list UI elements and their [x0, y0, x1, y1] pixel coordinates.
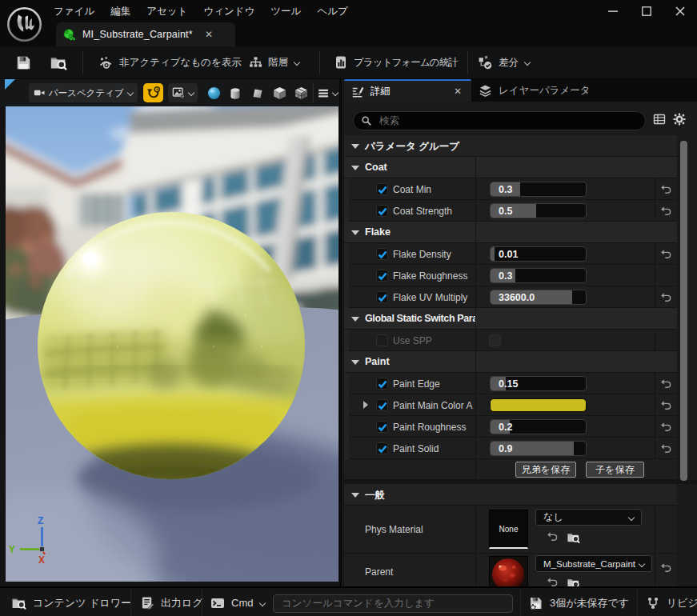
menu-file[interactable]: ファイル: [46, 0, 102, 22]
category-general[interactable]: 一般: [344, 484, 677, 506]
reset-to-default-button[interactable]: [659, 562, 672, 574]
console-placeholder: コンソールコマンドを入力します: [282, 597, 435, 610]
panel-splitter[interactable]: [339, 79, 343, 586]
group-global-static-switch[interactable]: Global Static Switch Para: [344, 308, 677, 330]
realtime-toggle-button[interactable]: [143, 83, 163, 102]
viewport-options-menu[interactable]: [318, 83, 338, 102]
param-checkbox[interactable]: [376, 442, 388, 454]
phys-material-dropdown[interactable]: なし: [535, 509, 642, 526]
maximize-button[interactable]: [630, 0, 663, 22]
reset-to-default-button[interactable]: [659, 183, 672, 196]
platform-stats-button[interactable]: プラットフォームの統計: [334, 46, 458, 78]
param-checkbox[interactable]: [376, 270, 388, 282]
reset-to-default-button[interactable]: [659, 378, 672, 390]
preview-shape-cube-button[interactable]: [271, 85, 288, 102]
preview-shape-plane-button[interactable]: [249, 85, 266, 102]
group-flake[interactable]: Flake: [344, 222, 677, 243]
output-log-button[interactable]: 出力ログ: [141, 590, 203, 616]
row-gutter: [344, 200, 349, 222]
menu-help[interactable]: ヘルプ: [309, 0, 355, 22]
reset-to-default-button[interactable]: [659, 399, 672, 412]
unreal-logo[interactable]: [6, 6, 43, 43]
reset-to-default-button[interactable]: [659, 442, 672, 455]
param-slider-coat-strength[interactable]: 0.5: [490, 203, 587, 218]
gear-icon[interactable]: [673, 113, 686, 126]
param-checkbox[interactable]: [376, 421, 388, 433]
param-checkbox[interactable]: [376, 399, 388, 411]
asset-tab[interactable]: MI_Substrate_Carpaint* ✕: [56, 22, 235, 46]
check-icon: [377, 271, 388, 282]
revision-control-button[interactable]: リビジョン制御: [646, 590, 697, 616]
menu-tools[interactable]: ツール: [262, 0, 309, 22]
param-slider-paint-solid[interactable]: 0.9: [490, 441, 587, 456]
tab-details[interactable]: 詳細 ✕: [344, 79, 471, 102]
reset-to-default-button[interactable]: [659, 205, 672, 218]
param-slider-flake-roughness[interactable]: 0.3: [490, 268, 587, 283]
display-options-icon[interactable]: [653, 113, 666, 126]
camera-icon: [34, 86, 46, 99]
value-checkbox[interactable]: [489, 334, 501, 346]
param-slider-paint-edge[interactable]: 0.15: [490, 376, 587, 391]
column-divider: [475, 459, 476, 480]
parent-dropdown[interactable]: M_Substrate_Carpaint: [535, 555, 652, 572]
browse-icon[interactable]: [567, 530, 580, 544]
hierarchy-button[interactable]: 階層: [249, 46, 300, 78]
group-coat[interactable]: Coat: [344, 157, 677, 178]
statusbar-separator: [520, 590, 521, 616]
param-checkbox[interactable]: [376, 378, 388, 390]
search-input[interactable]: 検索: [353, 111, 646, 130]
tab-close-icon[interactable]: ✕: [454, 86, 462, 97]
param-checkbox[interactable]: [376, 291, 388, 303]
details-scrollbar[interactable]: [680, 141, 687, 481]
parent-row: Parent: [344, 554, 677, 586]
param-slider-flake-uv-multiply[interactable]: 33600.0: [490, 290, 587, 305]
param-checkbox[interactable]: [376, 183, 388, 195]
parent-thumbnail[interactable]: [489, 556, 528, 586]
reset-to-default-button[interactable]: [659, 421, 672, 434]
content-drawer-button[interactable]: コンテンツ ドロワー: [11, 590, 131, 616]
param-checkbox[interactable]: [376, 248, 388, 260]
category-parameter-groups[interactable]: パラメータ グループ: [344, 135, 677, 157]
expand-arrow-icon[interactable]: [363, 401, 368, 409]
param-checkbox[interactable]: [376, 334, 388, 346]
perspective-dropdown[interactable]: パースペクティブ: [29, 83, 138, 102]
param-slider-paint-roughness[interactable]: 0.2: [490, 419, 587, 434]
cmd-dropdown[interactable]: Cmd: [210, 590, 266, 616]
group-paint[interactable]: Paint: [344, 351, 677, 373]
material-preview-3d-scene[interactable]: Z Y X: [6, 106, 338, 582]
thumbnail-label: None: [490, 525, 527, 534]
reset-to-default-button[interactable]: [659, 248, 672, 261]
tab-layer-parameters[interactable]: レイヤーパラメータ: [471, 79, 627, 102]
preview-shape-cylinder-button[interactable]: [226, 85, 243, 102]
unsaved-button[interactable]: 3個が未保存です: [529, 590, 629, 616]
use-selected-icon[interactable]: [546, 530, 559, 543]
browse-button[interactable]: [50, 46, 67, 78]
param-slider-flake-density[interactable]: 0.01: [490, 246, 587, 262]
console-command-input[interactable]: コンソールコマンドを入力します: [273, 594, 513, 613]
preview-shape-sphere-button[interactable]: [206, 85, 222, 102]
menu-asset[interactable]: アセット: [138, 0, 195, 22]
use-selected-icon[interactable]: [546, 576, 559, 586]
viewmode-dropdown[interactable]: [168, 83, 198, 102]
column-divider: [655, 243, 655, 265]
close-button[interactable]: [663, 0, 697, 22]
param-label: Flake Density: [393, 249, 451, 260]
param-checkbox[interactable]: [376, 205, 388, 217]
browse-icon[interactable]: [567, 576, 580, 586]
save-sibling-button[interactable]: 兄弟を保存: [515, 462, 576, 478]
save-child-button[interactable]: 子を保存: [586, 462, 644, 478]
save-button[interactable]: [16, 46, 31, 78]
minimize-button[interactable]: [596, 0, 630, 22]
show-inactive-button[interactable]: 非アクティブなものを表示: [98, 46, 242, 78]
tab-close-icon[interactable]: ✕: [205, 29, 213, 40]
menu-edit[interactable]: 編集: [102, 0, 138, 22]
diff-button[interactable]: 差分: [478, 46, 531, 78]
menu-bar: ファイル 編集 アセット ウィンドウ ツール ヘルプ: [0, 0, 697, 22]
menu-window[interactable]: ウィンドウ: [195, 0, 262, 22]
param-row-use-spp: Use SPP: [344, 330, 677, 351]
preview-shape-mesh-button[interactable]: [293, 85, 310, 102]
color-swatch[interactable]: [490, 398, 587, 412]
phys-material-thumbnail[interactable]: None: [489, 510, 528, 549]
reset-to-default-button[interactable]: [659, 291, 672, 304]
param-slider-coat-min[interactable]: 0.3: [490, 182, 587, 197]
